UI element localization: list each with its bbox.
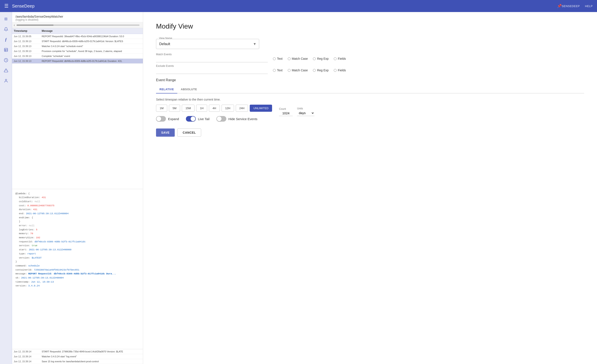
log-bottom-rows: Jun 12, 15:39:14 START RequestId: 279863…	[12, 349, 143, 364]
row-timestamp: Jun 12, 15:39:13	[12, 39, 40, 44]
match-events-input[interactable]	[156, 55, 268, 62]
match-events-matchcase-option[interactable]: Match Case	[288, 57, 308, 60]
match-events-regexp-radio[interactable]	[313, 57, 316, 60]
row-message: REPORT RequestId: dbf48ccb-8309-4d8b-b2f…	[40, 59, 143, 63]
time-btn-5m[interactable]: 5M	[169, 105, 180, 112]
log-path: /aws/lambda/SenseDeepWatcher (logging is…	[12, 12, 143, 22]
table-row[interactable]: Jun 12, 15:39:05 REPORT RequestId: 38ead…	[12, 34, 143, 39]
match-events-input-wrap: Match Events	[156, 55, 268, 62]
match-events-fields-label: Fields	[338, 57, 346, 60]
pin-icon[interactable]: 📌	[557, 4, 562, 8]
match-events-fields-radio[interactable]	[334, 57, 337, 60]
units-label: Units	[297, 107, 314, 110]
table-row[interactable]: Jun 12, 15:39:13 Provision complete for …	[12, 49, 143, 54]
log-detail: @lambda: { billedDuration: 431 coldStart…	[12, 189, 143, 349]
exclude-events-regexp-option[interactable]: Reg Exp	[313, 69, 329, 72]
row-message: REPORT RequestId: 38eadd47-f8bc-45cb-934…	[40, 34, 143, 39]
save-button[interactable]: SAVE	[156, 129, 175, 137]
time-btn-15m[interactable]: 15M	[182, 105, 195, 112]
table-row[interactable]: Jun 12, 15:39:14 START RequestId: 279863…	[12, 349, 143, 354]
units-select[interactable]: minutes hours days weeks	[297, 110, 314, 116]
sidebar-icon-dashboard[interactable]: ⊞	[2, 15, 10, 23]
time-btn-4h[interactable]: 4H	[209, 105, 220, 112]
action-buttons: SAVE CANCEL	[156, 129, 584, 137]
col-message-header: Message	[40, 28, 143, 34]
table-row[interactable]: Jun 12, 15:39:14 Watcher 3.4.0.24 start …	[12, 354, 143, 359]
log-path-title: /aws/lambda/SenseDeepWatcher	[16, 15, 140, 18]
nav-help[interactable]: HELP	[585, 5, 593, 8]
tab-relative[interactable]: RELATIVE	[156, 85, 177, 93]
match-events-row: Match Events Text Match Case Reg Exp	[156, 55, 584, 62]
exclude-events-fields-radio[interactable]	[334, 69, 337, 72]
exclude-events-radio-group: Text Match Case Reg Exp Fields	[273, 69, 346, 72]
nav-sensedeep[interactable]: SENSEDEEP	[562, 5, 580, 8]
table-row[interactable]: Jun 12, 15:39:14 Save 15 log events for …	[12, 359, 143, 364]
match-events-matchcase-radio[interactable]	[288, 57, 291, 60]
hide-service-toggle-group: Hide Service Events	[216, 116, 258, 122]
match-events-label: Match Events	[156, 53, 172, 56]
view-name-select-wrapper: Default Custom View 1 Custom View 2 ▼	[156, 39, 259, 49]
count-group: Count	[279, 108, 293, 116]
live-tail-toggle[interactable]	[186, 116, 196, 122]
time-btn-12h[interactable]: 12H	[221, 105, 234, 112]
hide-service-toggle[interactable]	[216, 116, 226, 122]
expand-toggle-knob	[157, 116, 161, 121]
row-timestamp: Jun 12, 15:39:14	[12, 359, 40, 364]
count-input[interactable]	[279, 110, 293, 116]
event-range-tabs: RELATIVE ABSOLUTE	[156, 85, 584, 93]
log-rows: Jun 12, 15:39:05 REPORT RequestId: 38ead…	[12, 34, 143, 189]
exclude-events-matchcase-option[interactable]: Match Case	[288, 69, 308, 72]
cancel-button[interactable]: CANCEL	[177, 129, 201, 137]
tab-absolute[interactable]: ABSOLUTE	[177, 85, 201, 93]
table-row[interactable]: Jun 12, 15:39:13 START RequestId: dbf48c…	[12, 39, 143, 44]
exclude-events-fields-label: Fields	[338, 69, 346, 72]
exclude-events-regexp-radio[interactable]	[313, 69, 316, 72]
sidebar-icon-clock[interactable]	[2, 56, 10, 64]
time-buttons: 1M 5M 15M 1H 4H 12H 24H UNLIMITED	[156, 105, 272, 112]
sidebar-icon-lambda[interactable]: ƒ	[2, 35, 10, 44]
sidebar-icon-user[interactable]	[2, 77, 10, 85]
scroll-bar[interactable]	[16, 24, 140, 26]
exclude-events-text-radio[interactable]	[273, 69, 276, 72]
match-events-text-option[interactable]: Text	[273, 57, 283, 60]
sidebar-icon-alerts[interactable]	[2, 25, 10, 33]
match-events-matchcase-label: Match Case	[292, 57, 308, 60]
time-btn-unlimited[interactable]: UNLIMITED	[250, 105, 272, 112]
svg-point-7	[5, 79, 7, 81]
exclude-events-row: Exclude Events Text Match Case Reg Exp	[156, 67, 584, 74]
sidebar: ⊞ ƒ	[0, 12, 12, 364]
scroll-left-arrow[interactable]: ‹	[14, 23, 15, 27]
exclude-events-text-label: Text	[277, 69, 283, 72]
time-btn-24h[interactable]: 24H	[236, 105, 248, 112]
hide-service-toggle-knob	[217, 116, 221, 121]
exclude-events-input[interactable]	[156, 67, 268, 74]
modal-panel: Modify View View Name Default Custom Vie…	[143, 12, 597, 364]
menu-icon[interactable]: ☰	[4, 3, 8, 9]
row-timestamp: Jun 12, 15:39:05	[12, 34, 40, 39]
view-name-select[interactable]: Default Custom View 1 Custom View 2	[156, 39, 259, 49]
row-message: Watcher 3.4.0.24 start "log event"	[40, 354, 143, 359]
table-row[interactable]: Jun 12, 15:39:13 Watcher 3.4.0.24 start …	[12, 44, 143, 49]
expand-toggle[interactable]	[156, 116, 166, 122]
match-events-text-radio[interactable]	[273, 57, 276, 60]
view-name-field: View Name Default Custom View 1 Custom V…	[156, 39, 259, 49]
modal-title: Modify View	[156, 22, 584, 30]
exclude-events-text-option[interactable]: Text	[273, 69, 283, 72]
table-row[interactable]: Jun 12, 15:39:13 Complete "schedule" eve…	[12, 54, 143, 59]
topnav: ☰ SenseDeep 📌 SENSEDEEP HELP	[0, 0, 597, 12]
time-btn-1m[interactable]: 1M	[156, 105, 167, 112]
match-events-regexp-option[interactable]: Reg Exp	[313, 57, 329, 60]
table-row-selected[interactable]: Jun 12, 15:39:13 REPORT RequestId: dbf48…	[12, 59, 143, 64]
time-btn-1h[interactable]: 1H	[196, 105, 207, 112]
match-events-fields-option[interactable]: Fields	[334, 57, 346, 60]
exclude-events-matchcase-radio[interactable]	[288, 69, 291, 72]
topnav-links: SENSEDEEP HELP	[562, 5, 593, 8]
exclude-events-fields-option[interactable]: Fields	[334, 69, 346, 72]
time-row: 1M 5M 15M 1H 4H 12H 24H UNLIMITED Count …	[156, 105, 584, 116]
row-message: Complete "schedule" event	[40, 54, 143, 58]
sidebar-icon-warning[interactable]	[2, 66, 10, 75]
event-range-title: Event Range	[156, 78, 584, 82]
sidebar-icon-table[interactable]	[2, 46, 10, 54]
app-title: SenseDeep	[12, 4, 555, 8]
exclude-events-input-wrap: Exclude Events	[156, 67, 268, 74]
